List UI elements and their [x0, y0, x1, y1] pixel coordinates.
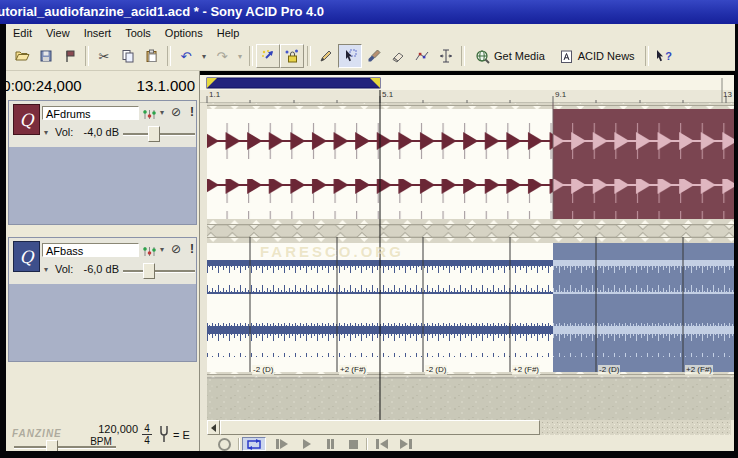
track-header-afdrums[interactable]: Q AFdrums ▾ ⊘ ! ▾ Vol: -4,0 dB: [8, 100, 197, 225]
menu-edit[interactable]: Edit: [6, 25, 39, 41]
transport-bar: [200, 436, 734, 452]
scrollbar-thumb[interactable]: [220, 420, 540, 435]
beat-at-cursor[interactable]: 13.1.000: [137, 77, 195, 94]
scroll-left-button[interactable]: [207, 420, 220, 435]
time-signature-denominator: 4: [142, 435, 152, 446]
paint-tool-button[interactable]: [362, 44, 386, 68]
key-value[interactable]: = E: [173, 429, 190, 441]
chevron-down-icon: ▾: [202, 52, 206, 61]
stop-button[interactable]: [341, 437, 365, 451]
get-media-label: Get Media: [494, 50, 545, 62]
end-bar-icon: [409, 439, 412, 449]
undo-dropdown[interactable]: ▾: [198, 44, 210, 68]
menu-insert[interactable]: Insert: [77, 25, 119, 41]
bpm-label: BPM: [64, 436, 138, 447]
paste-button[interactable]: [140, 44, 164, 68]
acid-news-label: ACID News: [578, 50, 635, 62]
menu-options[interactable]: Options: [158, 25, 210, 41]
envelope-tool-button[interactable]: [410, 44, 434, 68]
ruler-label: 9.1: [555, 90, 566, 99]
vol-expand-arrow[interactable]: ▾: [44, 128, 48, 137]
undo-button[interactable]: ↶: [174, 44, 198, 68]
whats-this-help-button[interactable]: ?: [652, 44, 676, 68]
lock-envelopes-button[interactable]: [280, 44, 304, 68]
open-button[interactable]: [10, 44, 34, 68]
vol-slider-thumb[interactable]: [143, 263, 155, 279]
get-media-button[interactable]: Get Media: [468, 44, 552, 68]
vol-label[interactable]: Vol:: [55, 263, 73, 275]
save-button[interactable]: [34, 44, 58, 68]
time-at-cursor[interactable]: 00:00:24,000: [6, 77, 82, 94]
lock-envelopes-icon: [284, 48, 300, 64]
bpm-value[interactable]: 120,000: [64, 423, 138, 435]
cut-button[interactable]: ✂: [92, 44, 116, 68]
play-from-start-icon: [276, 439, 279, 449]
erase-tool-button[interactable]: [386, 44, 410, 68]
track-header-afbass[interactable]: Q AFbass ▾ ⊘ ! ▾ Vol: -6,0 dB: [8, 237, 197, 362]
toolbar-separator: [85, 46, 89, 66]
track-name-field[interactable]: AFbass: [42, 243, 139, 257]
publish-button[interactable]: [58, 44, 82, 68]
draw-tool-button[interactable]: [314, 44, 338, 68]
fx-dropdown-arrow[interactable]: ▾: [160, 108, 164, 117]
scrollbar-track[interactable]: [540, 420, 731, 435]
acid-pro-window: { "window": {"title": "tutorial_audiofan…: [0, 0, 738, 458]
menu-tools[interactable]: Tools: [118, 25, 158, 41]
go-to-end-button[interactable]: [394, 437, 418, 451]
pause-icon: [327, 439, 330, 449]
solo-button[interactable]: !: [190, 105, 194, 119]
menu-view[interactable]: View: [39, 25, 77, 41]
stop-icon: [349, 440, 358, 449]
go-to-start-icon: [380, 439, 388, 449]
toolbar-separator: [461, 46, 465, 66]
timeline-area: 1.1 5.1 9.1 13 -2 (D) +2 (F#) -2 (D) +2 …: [200, 75, 734, 420]
volume-row: ▾ Vol: -4,0 dB: [9, 125, 196, 145]
copy-icon: [120, 48, 136, 64]
vol-value: -6,0 dB: [81, 263, 119, 275]
redo-dropdown[interactable]: ▾: [234, 44, 246, 68]
eraser-icon: [390, 48, 406, 64]
vol-slider-track[interactable]: [123, 270, 195, 273]
track-fx-icon[interactable]: [142, 108, 157, 121]
time-signature[interactable]: 4 4: [142, 423, 152, 446]
vol-slider-thumb[interactable]: [148, 126, 160, 142]
menu-help[interactable]: Help: [210, 25, 247, 41]
time-stretch-tool-button[interactable]: [434, 44, 458, 68]
loop-region-bar[interactable]: [207, 78, 380, 88]
mute-button[interactable]: ⊘: [171, 105, 181, 119]
acid-news-button[interactable]: ACID News: [552, 44, 642, 68]
tuning-fork-icon[interactable]: [158, 424, 170, 444]
enable-snapping-button[interactable]: [256, 44, 280, 68]
mute-button[interactable]: ⊘: [171, 242, 181, 256]
start-bar-icon: [376, 439, 379, 449]
pause-button[interactable]: [318, 437, 342, 451]
drums-track-event[interactable]: [207, 103, 734, 225]
vol-label[interactable]: Vol:: [55, 126, 73, 138]
snapping-icon: [260, 48, 276, 64]
left-arrow-icon: [211, 424, 216, 432]
record-button[interactable]: [212, 437, 236, 451]
solo-button[interactable]: !: [190, 242, 194, 256]
ruler-label: 13: [723, 90, 732, 99]
play-from-start-button[interactable]: [270, 437, 294, 451]
track-header-controls: Q AFbass ▾ ⊘ ! ▾ Vol: -6,0 dB: [9, 238, 196, 284]
copy-button[interactable]: [116, 44, 140, 68]
ruler-label: 1.1: [209, 90, 220, 99]
fx-dropdown-arrow[interactable]: ▾: [160, 245, 164, 254]
toolbar-separator: [307, 46, 311, 66]
vol-value: -4,0 dB: [81, 126, 119, 138]
selection-tool-button[interactable]: [338, 44, 362, 68]
track-name-field[interactable]: AFdrums: [42, 106, 139, 120]
go-to-start-button[interactable]: [370, 437, 394, 451]
bass-track-event[interactable]: [207, 237, 734, 378]
play-button[interactable]: [295, 437, 319, 451]
track-fx-icon[interactable]: [142, 245, 157, 258]
vol-expand-arrow[interactable]: ▾: [44, 265, 48, 274]
volume-row: ▾ Vol: -6,0 dB: [9, 262, 196, 282]
window-title: tutorial_audiofanzine_acid1.acd * - Sony…: [0, 0, 324, 24]
loop-playback-button[interactable]: [242, 437, 266, 451]
title-bar[interactable]: tutorial_audiofanzine_acid1.acd * - Sony…: [0, 0, 738, 24]
watermark-text: FANZINE: [12, 428, 62, 439]
track-header-controls: Q AFdrums ▾ ⊘ ! ▾ Vol: -4,0 dB: [9, 101, 196, 147]
redo-button[interactable]: ↷: [210, 44, 234, 68]
